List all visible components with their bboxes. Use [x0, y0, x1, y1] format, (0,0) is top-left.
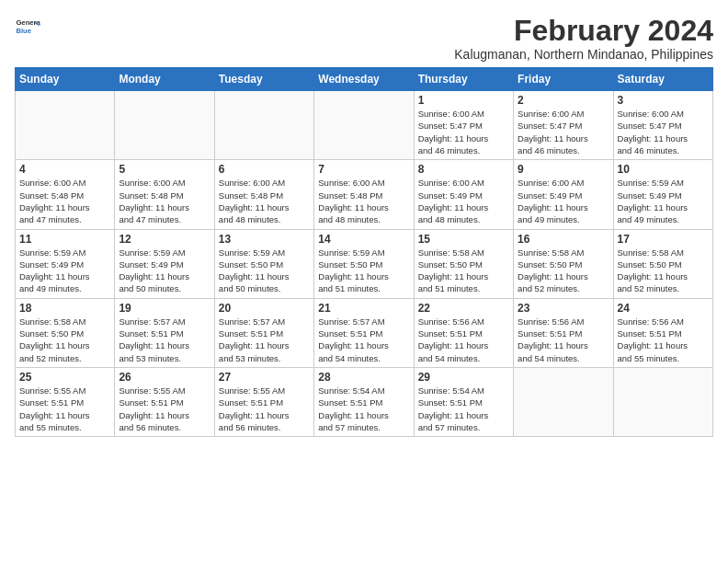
day-number: 13	[219, 233, 310, 246]
day-info: Sunrise: 5:54 AMSunset: 5:51 PMDaylight:…	[318, 385, 409, 433]
month-year-title: February 2024	[454, 15, 713, 47]
page-container: General Blue February 2024 Kalugmanan, N…	[15, 15, 713, 437]
day-number: 10	[618, 163, 709, 176]
day-info: Sunrise: 5:55 AMSunset: 5:51 PMDaylight:…	[19, 385, 110, 433]
day-info: Sunrise: 5:56 AMSunset: 5:51 PMDaylight:…	[518, 316, 609, 364]
table-row	[514, 367, 613, 436]
table-row: 29Sunrise: 5:54 AMSunset: 5:51 PMDayligh…	[414, 367, 513, 436]
day-info: Sunrise: 5:59 AMSunset: 5:49 PMDaylight:…	[618, 177, 709, 225]
day-info: Sunrise: 6:00 AMSunset: 5:48 PMDaylight:…	[19, 177, 110, 225]
week-row-4: 18Sunrise: 5:58 AMSunset: 5:50 PMDayligh…	[16, 298, 713, 367]
header-wednesday: Wednesday	[314, 68, 414, 91]
table-row: 15Sunrise: 5:58 AMSunset: 5:50 PMDayligh…	[414, 229, 513, 298]
table-row: 26Sunrise: 5:55 AMSunset: 5:51 PMDayligh…	[115, 367, 214, 436]
day-number: 18	[19, 302, 110, 315]
table-row	[214, 91, 313, 160]
table-row	[16, 91, 115, 160]
header: General Blue February 2024 Kalugmanan, N…	[15, 15, 713, 62]
table-row: 18Sunrise: 5:58 AMSunset: 5:50 PMDayligh…	[16, 298, 115, 367]
day-info: Sunrise: 5:57 AMSunset: 5:51 PMDaylight:…	[119, 316, 210, 364]
table-row: 3Sunrise: 6:00 AMSunset: 5:47 PMDaylight…	[613, 91, 712, 160]
header-thursday: Thursday	[414, 68, 513, 91]
day-number: 4	[19, 163, 110, 176]
table-row: 4Sunrise: 6:00 AMSunset: 5:48 PMDaylight…	[16, 160, 115, 229]
table-row: 5Sunrise: 6:00 AMSunset: 5:48 PMDaylight…	[115, 160, 214, 229]
table-row: 16Sunrise: 5:58 AMSunset: 5:50 PMDayligh…	[514, 229, 613, 298]
day-info: Sunrise: 5:59 AMSunset: 5:49 PMDaylight:…	[19, 247, 110, 295]
day-info: Sunrise: 6:00 AMSunset: 5:48 PMDaylight:…	[219, 177, 310, 225]
day-number: 22	[418, 302, 509, 315]
location-subtitle: Kalugmanan, Northern Mindanao, Philippin…	[454, 47, 713, 62]
table-row	[613, 367, 712, 436]
day-info: Sunrise: 6:00 AMSunset: 5:48 PMDaylight:…	[318, 177, 409, 225]
day-number: 15	[418, 233, 509, 246]
day-info: Sunrise: 5:56 AMSunset: 5:51 PMDaylight:…	[618, 316, 709, 364]
day-info: Sunrise: 6:00 AMSunset: 5:47 PMDaylight:…	[518, 108, 609, 156]
day-info: Sunrise: 5:56 AMSunset: 5:51 PMDaylight:…	[418, 316, 509, 364]
table-row: 20Sunrise: 5:57 AMSunset: 5:51 PMDayligh…	[214, 298, 313, 367]
day-info: Sunrise: 5:57 AMSunset: 5:51 PMDaylight:…	[219, 316, 310, 364]
table-row: 10Sunrise: 5:59 AMSunset: 5:49 PMDayligh…	[613, 160, 712, 229]
day-info: Sunrise: 6:00 AMSunset: 5:49 PMDaylight:…	[518, 177, 609, 225]
table-row	[314, 91, 414, 160]
day-number: 1	[418, 94, 509, 107]
day-number: 11	[19, 233, 110, 246]
table-row: 28Sunrise: 5:54 AMSunset: 5:51 PMDayligh…	[314, 367, 414, 436]
table-row: 23Sunrise: 5:56 AMSunset: 5:51 PMDayligh…	[514, 298, 613, 367]
day-number: 19	[119, 302, 210, 315]
table-row: 2Sunrise: 6:00 AMSunset: 5:47 PMDaylight…	[514, 91, 613, 160]
day-info: Sunrise: 5:58 AMSunset: 5:50 PMDaylight:…	[19, 316, 110, 364]
table-row	[115, 91, 214, 160]
day-number: 24	[618, 302, 709, 315]
week-row-5: 25Sunrise: 5:55 AMSunset: 5:51 PMDayligh…	[16, 367, 713, 436]
table-row: 22Sunrise: 5:56 AMSunset: 5:51 PMDayligh…	[414, 298, 513, 367]
day-number: 2	[518, 94, 609, 107]
calendar-header-row: Sunday Monday Tuesday Wednesday Thursday…	[16, 68, 713, 91]
day-number: 28	[318, 371, 409, 384]
day-number: 3	[618, 94, 709, 107]
calendar-table: Sunday Monday Tuesday Wednesday Thursday…	[15, 67, 713, 437]
table-row: 21Sunrise: 5:57 AMSunset: 5:51 PMDayligh…	[314, 298, 414, 367]
day-info: Sunrise: 5:59 AMSunset: 5:49 PMDaylight:…	[119, 247, 210, 295]
table-row: 24Sunrise: 5:56 AMSunset: 5:51 PMDayligh…	[613, 298, 712, 367]
header-monday: Monday	[115, 68, 214, 91]
table-row: 14Sunrise: 5:59 AMSunset: 5:50 PMDayligh…	[314, 229, 414, 298]
table-row: 27Sunrise: 5:55 AMSunset: 5:51 PMDayligh…	[214, 367, 313, 436]
week-row-1: 1Sunrise: 6:00 AMSunset: 5:47 PMDaylight…	[16, 91, 713, 160]
table-row: 8Sunrise: 6:00 AMSunset: 5:49 PMDaylight…	[414, 160, 513, 229]
day-info: Sunrise: 5:58 AMSunset: 5:50 PMDaylight:…	[618, 247, 709, 295]
day-number: 16	[518, 233, 609, 246]
day-number: 9	[518, 163, 609, 176]
table-row: 6Sunrise: 6:00 AMSunset: 5:48 PMDaylight…	[214, 160, 313, 229]
week-row-3: 11Sunrise: 5:59 AMSunset: 5:49 PMDayligh…	[16, 229, 713, 298]
day-info: Sunrise: 5:58 AMSunset: 5:50 PMDaylight:…	[518, 247, 609, 295]
day-info: Sunrise: 6:00 AMSunset: 5:47 PMDaylight:…	[418, 108, 509, 156]
day-number: 14	[318, 233, 409, 246]
day-number: 5	[119, 163, 210, 176]
day-number: 20	[219, 302, 310, 315]
table-row: 11Sunrise: 5:59 AMSunset: 5:49 PMDayligh…	[16, 229, 115, 298]
table-row: 13Sunrise: 5:59 AMSunset: 5:50 PMDayligh…	[214, 229, 313, 298]
day-number: 29	[418, 371, 509, 384]
day-number: 26	[119, 371, 210, 384]
header-saturday: Saturday	[613, 68, 712, 91]
table-row: 25Sunrise: 5:55 AMSunset: 5:51 PMDayligh…	[16, 367, 115, 436]
day-info: Sunrise: 5:57 AMSunset: 5:51 PMDaylight:…	[318, 316, 409, 364]
day-number: 12	[119, 233, 210, 246]
day-number: 7	[318, 163, 409, 176]
day-number: 23	[518, 302, 609, 315]
day-number: 27	[219, 371, 310, 384]
day-number: 25	[19, 371, 110, 384]
table-row: 17Sunrise: 5:58 AMSunset: 5:50 PMDayligh…	[613, 229, 712, 298]
day-info: Sunrise: 5:59 AMSunset: 5:50 PMDaylight:…	[219, 247, 310, 295]
table-row: 7Sunrise: 6:00 AMSunset: 5:48 PMDaylight…	[314, 160, 414, 229]
day-info: Sunrise: 5:58 AMSunset: 5:50 PMDaylight:…	[418, 247, 509, 295]
table-row: 19Sunrise: 5:57 AMSunset: 5:51 PMDayligh…	[115, 298, 214, 367]
title-section: February 2024 Kalugmanan, Northern Minda…	[454, 15, 713, 62]
table-row: 12Sunrise: 5:59 AMSunset: 5:49 PMDayligh…	[115, 229, 214, 298]
day-info: Sunrise: 6:00 AMSunset: 5:47 PMDaylight:…	[618, 108, 709, 156]
day-number: 21	[318, 302, 409, 315]
logo: General Blue	[15, 15, 40, 40]
table-row: 9Sunrise: 6:00 AMSunset: 5:49 PMDaylight…	[514, 160, 613, 229]
header-friday: Friday	[514, 68, 613, 91]
